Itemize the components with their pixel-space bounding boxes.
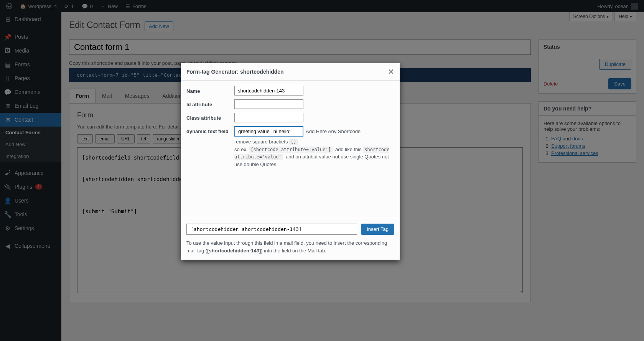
id-label: Id attribute bbox=[186, 99, 234, 107]
formtag-modal: Form-tag Generator: shortcodehidden ✕ Na… bbox=[181, 63, 400, 260]
addlike: add like this bbox=[335, 147, 362, 152]
close-icon: ✕ bbox=[388, 68, 394, 76]
modal-close-button[interactable]: ✕ bbox=[388, 67, 394, 76]
remove-hint: remove square brackets bbox=[234, 139, 288, 145]
modal-title: Form-tag Generator: shortcodehidden bbox=[186, 69, 284, 75]
class-label: Class attribute bbox=[186, 113, 234, 121]
insert-tag-button[interactable]: Insert Tag bbox=[361, 224, 394, 235]
name-input[interactable] bbox=[234, 86, 303, 96]
ex1: [shortcode attribute='value'] bbox=[249, 147, 333, 153]
generated-tag-input[interactable] bbox=[186, 224, 357, 235]
modal-foot-note: To use the value input through this fiel… bbox=[186, 239, 394, 254]
mail-tag-bold: [shortcodehidden-143] bbox=[207, 248, 261, 254]
add-hint: Add Here Any Shortcode bbox=[306, 128, 361, 134]
class-input[interactable] bbox=[234, 113, 303, 122]
dtf-input[interactable] bbox=[234, 126, 303, 137]
dtf-label: dynamic text field bbox=[186, 126, 234, 134]
soex: so ex. bbox=[234, 147, 248, 152]
id-input[interactable] bbox=[234, 99, 303, 109]
brackets-hint: [] bbox=[289, 139, 298, 145]
name-label: Name bbox=[186, 86, 234, 94]
